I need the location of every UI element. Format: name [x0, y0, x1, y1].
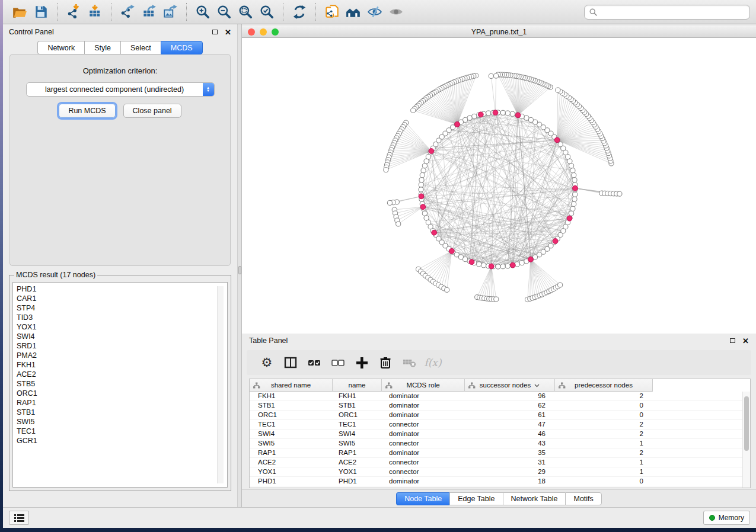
- export-table-button[interactable]: [140, 3, 158, 21]
- table-row[interactable]: FKH1FKH1dominator962: [250, 392, 750, 401]
- optimization-select[interactable]: largest connected component (undirected)…: [26, 82, 215, 97]
- mcds-result-item[interactable]: STP4: [17, 303, 227, 313]
- table-cell[interactable]: connector: [382, 420, 465, 429]
- result-scrollbar[interactable]: [217, 286, 224, 483]
- mcds-result-item[interactable]: ACE2: [17, 370, 227, 379]
- mcds-result-item[interactable]: ORC1: [17, 389, 227, 398]
- zoom-fit-content-button[interactable]: [237, 3, 254, 21]
- table-cell[interactable]: RAP1: [333, 448, 382, 457]
- export-network-button[interactable]: [119, 3, 136, 21]
- table-row[interactable]: ACE2ACE2connector311: [250, 458, 750, 467]
- column-header-successor-nodes[interactable]: successor nodes: [465, 379, 555, 392]
- tab-style[interactable]: Style: [84, 41, 120, 55]
- table-row[interactable]: TEC1TEC1connector472: [250, 420, 750, 430]
- table-cell[interactable]: connector: [382, 458, 465, 467]
- refresh-view-button[interactable]: [291, 3, 308, 21]
- table-cell[interactable]: STB1: [333, 401, 382, 410]
- select-all-rows-button[interactable]: [302, 353, 326, 372]
- tab-network[interactable]: Network: [37, 41, 84, 55]
- table-cell[interactable]: 1: [555, 458, 653, 467]
- tab-network-table[interactable]: Network Table: [503, 492, 566, 505]
- import-network-from-file-button[interactable]: [65, 3, 82, 21]
- table-cell[interactable]: RAP1: [250, 448, 333, 457]
- close-table-panel-icon[interactable]: ✕: [742, 337, 749, 345]
- table-cell[interactable]: 0: [555, 401, 653, 410]
- search-box[interactable]: [584, 5, 750, 20]
- column-header-shared-name[interactable]: shared name: [250, 379, 333, 392]
- table-row[interactable]: RAP1RAP1dominator352: [250, 448, 750, 458]
- table-cell[interactable]: STB1: [250, 401, 333, 410]
- splitter-grip[interactable]: [238, 266, 241, 274]
- mcds-result-item[interactable]: PHD1: [17, 284, 227, 294]
- hide-graphics-details-button[interactable]: [366, 3, 384, 21]
- column-settings-button[interactable]: ⚙: [255, 353, 279, 372]
- table-cell[interactable]: TEC1: [250, 420, 333, 429]
- table-cell[interactable]: SWI5: [250, 439, 333, 448]
- import-table-from-file-button[interactable]: [86, 3, 104, 21]
- table-scrollbar[interactable]: [742, 392, 750, 488]
- export-image-button[interactable]: [161, 3, 179, 21]
- table-cell[interactable]: ORC1: [333, 411, 382, 419]
- table-cell[interactable]: YOX1: [333, 467, 382, 476]
- zoom-selected-region-button[interactable]: [258, 3, 276, 21]
- mcds-result-item[interactable]: RAP1: [17, 398, 227, 408]
- column-header-name[interactable]: name: [333, 379, 382, 392]
- table-cell[interactable]: SWI4: [333, 430, 382, 438]
- zoom-in-button[interactable]: [194, 3, 212, 21]
- mcds-result-item[interactable]: SRD1: [17, 341, 227, 351]
- mcds-result-item[interactable]: CAR1: [17, 294, 227, 303]
- table-cell[interactable]: dominator: [382, 430, 465, 438]
- table-cell[interactable]: FKH1: [333, 392, 382, 400]
- table-cell[interactable]: 1: [555, 439, 653, 448]
- table-cell[interactable]: 0: [555, 477, 653, 486]
- table-cell[interactable]: 18: [465, 477, 555, 486]
- table-row[interactable]: SWI5SWI5connector431: [250, 439, 750, 448]
- zoom-out-button[interactable]: [215, 3, 233, 21]
- table-cell[interactable]: 62: [465, 401, 555, 410]
- table-cell[interactable]: SWI4: [250, 430, 333, 438]
- table-cell[interactable]: 35: [465, 448, 555, 457]
- toggle-column-display-button[interactable]: [279, 353, 302, 372]
- table-cell[interactable]: dominator: [382, 411, 465, 419]
- table-cell[interactable]: 61: [465, 411, 555, 419]
- table-cell[interactable]: PHD1: [333, 477, 382, 486]
- table-row[interactable]: YOX1YOX1connector291: [250, 467, 750, 477]
- table-cell[interactable]: 2: [555, 448, 653, 457]
- mcds-result-item[interactable]: PMA2: [17, 351, 227, 360]
- table-cell[interactable]: dominator: [382, 448, 465, 457]
- table-cell[interactable]: 2: [555, 430, 653, 438]
- table-cell[interactable]: 2: [555, 420, 653, 429]
- table-cell[interactable]: SWI5: [333, 439, 382, 448]
- open-session-button[interactable]: [11, 3, 28, 21]
- table-cell[interactable]: FKH1: [250, 392, 333, 400]
- table-row[interactable]: STB1STB1dominator620: [250, 401, 750, 411]
- table-cell[interactable]: 0: [555, 411, 653, 419]
- table-cell[interactable]: 96: [465, 392, 555, 400]
- table-cell[interactable]: 43: [465, 439, 555, 448]
- deselect-all-rows-button[interactable]: [326, 353, 350, 372]
- mcds-result-item[interactable]: TEC1: [17, 427, 227, 436]
- table-cell[interactable]: ACE2: [250, 458, 333, 467]
- save-session-button[interactable]: [32, 3, 50, 21]
- table-cell[interactable]: PHD1: [250, 477, 333, 486]
- column-header-predecessor-nodes[interactable]: predecessor nodes: [555, 379, 653, 392]
- float-panel-icon[interactable]: [212, 30, 218, 34]
- task-history-button[interactable]: [9, 511, 29, 525]
- table-cell[interactable]: 31: [465, 458, 555, 467]
- table-cell[interactable]: 29: [465, 467, 555, 476]
- mcds-result-item[interactable]: SWI5: [17, 417, 227, 427]
- mcds-result-list[interactable]: PHD1CAR1STP4TID3YOX1SWI4SRD1PMA2FKH1ACE2…: [12, 282, 228, 488]
- delete-column-button[interactable]: [374, 353, 397, 372]
- run-mcds-button[interactable]: Run MCDS: [59, 104, 115, 118]
- table-scrollbar-thumb[interactable]: [744, 396, 749, 451]
- tab-node-table[interactable]: Node Table: [396, 492, 449, 505]
- table-cell[interactable]: ORC1: [250, 411, 333, 419]
- table-cell[interactable]: TEC1: [333, 420, 382, 429]
- tab-edge-table[interactable]: Edge Table: [449, 492, 502, 505]
- search-input[interactable]: [601, 8, 745, 16]
- float-table-panel-icon[interactable]: [730, 338, 735, 343]
- panel-splitter[interactable]: [237, 24, 242, 507]
- mcds-result-item[interactable]: SWI4: [17, 332, 227, 341]
- memory-button[interactable]: Memory: [703, 511, 750, 525]
- mcds-result-item[interactable]: STB5: [17, 379, 227, 389]
